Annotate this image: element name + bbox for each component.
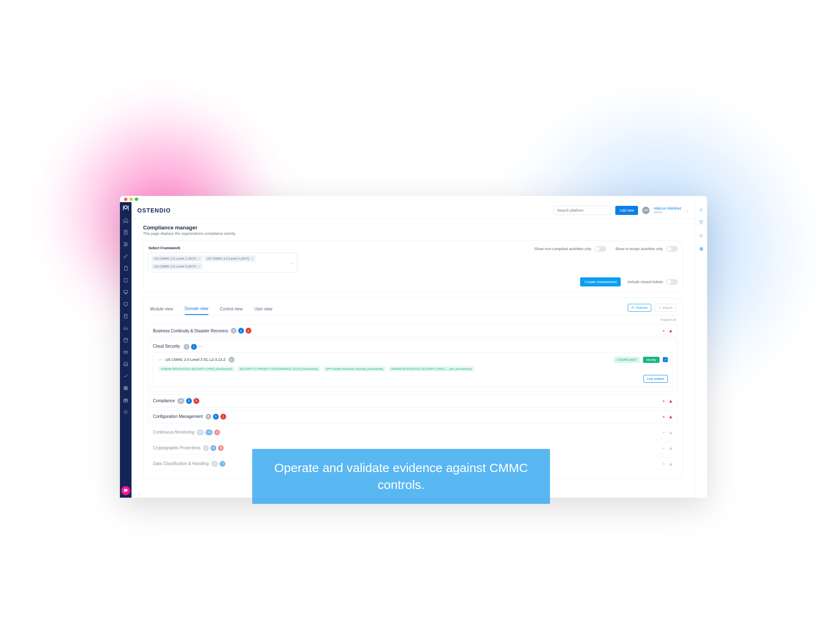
- alert-icon: ▲: [668, 414, 673, 420]
- alert-icon: ▲: [668, 429, 673, 435]
- nav-tools-icon[interactable]: [123, 253, 129, 259]
- nav-home-icon[interactable]: [123, 217, 129, 223]
- user-name: Marcos Martinez: [654, 207, 681, 211]
- nav-gift-icon[interactable]: [123, 397, 129, 403]
- collapse-icon[interactable]: —: [198, 343, 203, 348]
- chevron-down-icon[interactable]: ⌄: [686, 208, 689, 212]
- control-box: — US CMMC 2.0 Level 3 SC.L2-3.13.2 4 COM…: [153, 352, 673, 387]
- count-badge: 2: [246, 328, 251, 334]
- svg-rect-5: [124, 302, 127, 305]
- tab-user-view[interactable]: User view: [254, 303, 272, 315]
- collapse-icon[interactable]: —: [158, 358, 162, 362]
- nav-rail: |O|: [120, 202, 131, 498]
- nav-gear-icon[interactable]: [123, 409, 129, 415]
- nav-sliders-icon[interactable]: [123, 241, 129, 247]
- count-badge: 6: [194, 398, 199, 404]
- toggle-switch[interactable]: [666, 246, 678, 252]
- window-zoom-icon[interactable]: [135, 198, 138, 201]
- svg-rect-11: [124, 388, 126, 390]
- utility-rail: ⌕ ▽ ☆ ⊕: [695, 202, 707, 498]
- artifact-tag[interactable]: SPP Human Resource Security (Documents): [323, 366, 386, 372]
- expand-icon[interactable]: +: [662, 461, 665, 466]
- svg-rect-0: [124, 230, 127, 234]
- svg-point-7: [124, 338, 127, 339]
- count-badge: 16: [197, 429, 204, 435]
- svg-rect-9: [124, 386, 126, 388]
- artifact-tag[interactable]: SECURITY & PRIVACY GOVERNANCE (GOV) (Doc…: [237, 366, 321, 372]
- domain-row[interactable]: Configuration Management 591 + ▲: [148, 410, 678, 423]
- search-input[interactable]: [553, 206, 611, 215]
- tab-domain-view[interactable]: Domain view: [185, 303, 208, 315]
- toggle-noncompliant[interactable]: Show non-compliant activities only: [534, 246, 606, 252]
- tab-control-view[interactable]: Control view: [220, 303, 243, 315]
- export-button[interactable]: ⤓ Export: [655, 304, 676, 312]
- nav-chart-icon[interactable]: [123, 325, 129, 331]
- toggle-switch[interactable]: [666, 279, 678, 285]
- create-assessment-button[interactable]: Create Assessment: [580, 277, 621, 286]
- count-badge: 5: [218, 445, 224, 451]
- domain-name: Cryptographic Protections: [153, 446, 201, 450]
- expand-icon[interactable]: +: [662, 328, 665, 333]
- toggle-switch[interactable]: [595, 246, 606, 252]
- count-badge: 1: [191, 344, 197, 350]
- expand-icon[interactable]: +: [662, 398, 665, 403]
- nav-clipboard-icon[interactable]: [123, 229, 129, 235]
- util-search-icon[interactable]: ⌕: [700, 206, 703, 212]
- modify-button[interactable]: Modify: [643, 357, 660, 363]
- domain-row[interactable]: Cloud Security 41 — — US CMMC 2.0 Level …: [148, 340, 678, 392]
- framework-chip[interactable]: US CMMC 2.0 Level 3 (SCF)×: [151, 263, 203, 270]
- logo-icon[interactable]: |O|: [123, 205, 129, 210]
- checkbox[interactable]: ✓: [663, 357, 668, 362]
- domain-row[interactable]: Business Continuity & Disaster Recovery …: [148, 324, 678, 337]
- link-artifact-button[interactable]: Link artifact: [643, 375, 668, 383]
- top-bar: OSTENDIO Add new MM Marcos Martinez Admi…: [131, 202, 695, 219]
- count-badge: 9: [203, 445, 209, 451]
- count-badge: 13: [206, 429, 213, 435]
- refresh-button[interactable]: ⟳ Refresh: [628, 304, 651, 312]
- chat-icon[interactable]: [121, 486, 130, 495]
- nav-building-icon[interactable]: [123, 313, 129, 319]
- nav-ticket-icon[interactable]: [123, 349, 129, 355]
- toggle-closed-tickets[interactable]: Include closed tickets: [627, 279, 678, 285]
- nav-trend-icon[interactable]: [123, 373, 129, 379]
- domain-row[interactable]: Continuous Monitoring 16134 + ▲: [148, 426, 678, 439]
- alert-icon: ▲: [668, 328, 673, 334]
- domain-row[interactable]: Compliance 1636 + ▲: [148, 394, 678, 408]
- util-add-icon[interactable]: ⊕: [699, 246, 703, 252]
- marketing-overlay: Operate and validate evidence against CM…: [252, 449, 550, 504]
- framework-chip[interactable]: US CMMC 2.0 Level 1 (SCF)×: [151, 255, 203, 262]
- window-close-icon[interactable]: [124, 198, 127, 201]
- nav-document-icon[interactable]: [123, 265, 129, 271]
- tab-module-view[interactable]: Module view: [150, 303, 173, 315]
- nav-certificate-icon[interactable]: [123, 289, 129, 295]
- toggle-inscope[interactable]: Show in-scope activities only: [615, 246, 678, 252]
- nav-inbox-icon[interactable]: [123, 361, 129, 367]
- util-star-icon[interactable]: ☆: [699, 233, 703, 239]
- svg-rect-8: [124, 362, 127, 365]
- filter-card: Select Framework US CMMC 2.0 Level 1 (SC…: [143, 241, 683, 292]
- expand-icon[interactable]: +: [662, 414, 665, 419]
- svg-rect-10: [126, 386, 128, 388]
- nav-grid-icon[interactable]: [123, 385, 129, 391]
- framework-chip[interactable]: US CMMC 2.0 Level 2 (SCF)×: [204, 255, 256, 262]
- nav-screen-icon[interactable]: [123, 301, 129, 307]
- nav-page-icon[interactable]: [123, 277, 129, 283]
- expand-all-link[interactable]: Expand all: [148, 315, 678, 324]
- svg-point-14: [125, 411, 127, 413]
- count-badge: 3: [186, 398, 192, 404]
- window-titlebar: [120, 196, 707, 202]
- count-badge: 4: [184, 344, 189, 350]
- artifact-tag[interactable]: HUMAN RESOURCES SECURITY (HRS) (Document…: [158, 366, 235, 372]
- artifact-tag[interactable]: HUMAN RESOURCES SECURITY (HRS) — AA1 (Do…: [388, 366, 474, 372]
- avatar[interactable]: MM: [642, 207, 650, 214]
- svg-rect-12: [126, 388, 128, 390]
- domain-name: Continuous Monitoring: [153, 430, 194, 434]
- util-filter-icon[interactable]: ▽: [699, 219, 703, 225]
- expand-icon[interactable]: +: [662, 446, 665, 451]
- user-block[interactable]: Marcos Martinez Admin: [654, 207, 681, 214]
- window-minimize-icon[interactable]: [129, 198, 133, 201]
- expand-icon[interactable]: +: [662, 430, 665, 435]
- framework-select[interactable]: US CMMC 2.0 Level 1 (SCF)× US CMMC 2.0 L…: [148, 253, 297, 272]
- nav-database-icon[interactable]: [123, 337, 129, 343]
- add-new-button[interactable]: Add new: [615, 206, 638, 215]
